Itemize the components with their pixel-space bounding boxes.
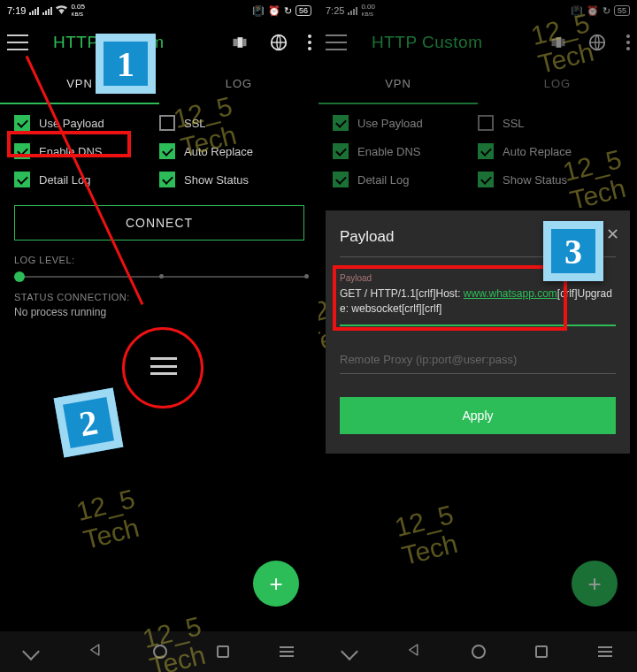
- checkbox-icon[interactable]: [478, 143, 494, 159]
- opt-auto-replace[interactable]: Auto Replace: [478, 143, 623, 159]
- sync-icon: ↻: [602, 5, 610, 17]
- nav-back-icon[interactable]: [406, 642, 422, 661]
- opt-ssl[interactable]: SSL: [159, 115, 304, 131]
- checkbox-icon[interactable]: [478, 172, 494, 187]
- menu-icon[interactable]: [7, 34, 28, 50]
- checkbox-icon[interactable]: [333, 115, 349, 131]
- fab-add[interactable]: +: [253, 561, 299, 607]
- opt-ssl[interactable]: SSL: [478, 115, 623, 131]
- nav-recent-icon[interactable]: [217, 645, 229, 658]
- globe-icon[interactable]: [587, 33, 607, 52]
- badge-2: 2: [54, 388, 124, 458]
- overflow-icon[interactable]: [626, 34, 630, 50]
- remote-proxy-input[interactable]: Remote Proxy (ip:port@user:pass): [340, 342, 616, 374]
- sync-icon: ↻: [284, 5, 292, 17]
- svg-rect-4: [552, 39, 556, 46]
- clock: 7:25: [326, 5, 344, 16]
- payload-input[interactable]: GET / HTTP/1.1[crlf]Host: www.whatsapp.c…: [340, 283, 616, 326]
- checkbox-icon[interactable]: [14, 172, 30, 187]
- opt-detail-log[interactable]: Detail Log: [333, 172, 478, 187]
- payload-modal: ✕ Payload Payload GET / HTTP/1.1[crlf]Ho…: [326, 210, 630, 454]
- opt-use-payload[interactable]: Use Payload: [14, 115, 159, 131]
- tab-vpn[interactable]: VPN: [318, 64, 478, 104]
- nav-bar: [318, 631, 637, 672]
- battery-pct: 56: [295, 5, 311, 16]
- menu-icon[interactable]: [326, 34, 347, 50]
- svg-rect-2: [242, 39, 246, 46]
- opt-show-status[interactable]: Show Status: [159, 172, 304, 187]
- nav-bar: [0, 631, 318, 672]
- log-level-section: LOG LEVEL:: [0, 248, 318, 285]
- modal-title: Payload: [340, 228, 616, 257]
- opt-auto-replace[interactable]: Auto Replace: [159, 143, 304, 159]
- phone-left: 7:19 0.05KB/S 📳 ⏰ ↻ 56 HTTP Custom: [0, 0, 318, 672]
- nav-recent-icon[interactable]: [535, 645, 548, 658]
- checkbox-icon[interactable]: [159, 115, 175, 131]
- opt-show-status[interactable]: Show Status: [478, 172, 623, 187]
- app-title: HTTP Custom: [53, 33, 165, 52]
- svg-rect-6: [561, 39, 564, 46]
- tabs: VPN LOG: [318, 64, 637, 104]
- signal-icon: [42, 7, 52, 15]
- tabs: VPN LOG: [0, 64, 318, 104]
- payload-label: Payload: [340, 273, 616, 283]
- app-bar: HTTP Custom: [318, 21, 637, 64]
- nav-back-icon[interactable]: [88, 642, 104, 661]
- net-speed: 0.05KB/S: [71, 4, 85, 18]
- globe-icon[interactable]: [269, 33, 288, 52]
- alarm-icon: ⏰: [587, 5, 599, 17]
- phone-right: 7:25 0.00KB/S 📳 ⏰ ↻ 55 HTTP Custom VPN L…: [318, 0, 637, 672]
- fab-add[interactable]: +: [572, 561, 618, 607]
- nav-menu-icon[interactable]: [598, 646, 612, 657]
- checkbox-icon[interactable]: [333, 143, 349, 159]
- signal-icon: [348, 7, 357, 15]
- close-icon[interactable]: ✕: [606, 225, 619, 244]
- app-bar: HTTP Custom: [0, 21, 318, 64]
- wifi-icon: [56, 5, 67, 16]
- battery-pct: 55: [614, 5, 630, 16]
- net-speed: 0.00KB/S: [361, 4, 375, 18]
- tab-log[interactable]: LOG: [478, 64, 637, 104]
- status-bar: 7:25 0.00KB/S 📳 ⏰ ↻ 55: [318, 0, 637, 21]
- nav-home-icon[interactable]: [153, 645, 167, 659]
- checkbox-icon[interactable]: [14, 143, 30, 159]
- opt-use-payload[interactable]: Use Payload: [333, 115, 478, 131]
- nav-home-icon[interactable]: [472, 645, 486, 659]
- nav-menu-icon[interactable]: [280, 646, 294, 657]
- svg-rect-0: [234, 39, 238, 46]
- opt-enable-dns[interactable]: Enable DNS: [333, 143, 478, 159]
- mini-menu-icon: [150, 357, 177, 375]
- checkbox-icon[interactable]: [159, 143, 175, 159]
- status-bar: 7:19 0.05KB/S 📳 ⏰ ↻ 56: [0, 0, 318, 21]
- checkbox-icon[interactable]: [478, 115, 494, 131]
- nav-chevron-icon[interactable]: [22, 643, 40, 661]
- vibrate-icon: 📳: [571, 5, 583, 17]
- status-connection: STATUS CONNECTION: No process running: [0, 285, 318, 325]
- options-grid: Use Payload SSL Enable DNS Auto Replace …: [318, 104, 637, 198]
- alarm-icon: ⏰: [268, 5, 280, 17]
- apply-button[interactable]: Apply: [340, 397, 616, 434]
- clock: 7:19: [7, 5, 26, 16]
- tab-vpn[interactable]: VPN: [0, 64, 159, 104]
- payload-link[interactable]: www.whatsapp.com: [464, 287, 557, 300]
- nav-chevron-icon[interactable]: [341, 643, 358, 661]
- cards-icon[interactable]: [549, 33, 568, 52]
- checkbox-icon[interactable]: [333, 172, 349, 187]
- opt-enable-dns[interactable]: Enable DNS: [14, 143, 159, 159]
- app-title: HTTP Custom: [372, 33, 483, 52]
- signal-icon: [29, 7, 39, 15]
- vibrate-icon: 📳: [252, 5, 265, 17]
- watermark: 12_5 Tech: [392, 500, 464, 570]
- checkbox-icon[interactable]: [159, 172, 175, 187]
- cards-icon[interactable]: [230, 33, 249, 52]
- log-level-label: LOG LEVEL:: [14, 255, 304, 265]
- opt-detail-log[interactable]: Detail Log: [14, 172, 159, 187]
- connect-button[interactable]: CONNECT: [14, 205, 304, 241]
- svg-rect-5: [556, 37, 562, 48]
- watermark: 12_5 Tech: [73, 484, 145, 554]
- overflow-icon[interactable]: [308, 34, 311, 50]
- checkbox-icon[interactable]: [14, 115, 30, 131]
- tab-log[interactable]: LOG: [159, 64, 318, 104]
- log-level-slider[interactable]: [14, 276, 304, 278]
- options-grid: Use Payload SSL Enable DNS Auto Replace …: [0, 104, 318, 198]
